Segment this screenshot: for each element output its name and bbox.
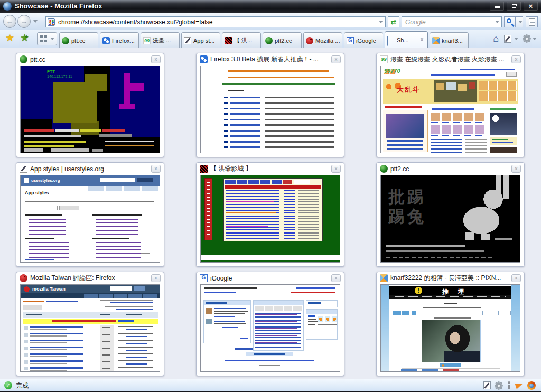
search-engine-dropdown-icon[interactable] <box>495 21 499 23</box>
tab-pixnet[interactable]: knarf3... <box>430 32 469 48</box>
tab-showcase-active[interactable]: Sh... <box>385 31 428 48</box>
status-icon-orange-extension[interactable] <box>515 381 524 389</box>
close-icon: × <box>524 2 537 11</box>
thumbnail-userstyles[interactable]: userstyles.org App styles <box>20 175 160 263</box>
tab-igoogle[interactable]: iGoogle <box>344 32 383 48</box>
search-bar[interactable] <box>402 16 502 27</box>
tab-manga[interactable]: 漫畫 ... <box>141 32 180 48</box>
thumbnail-pixnet[interactable]: ! 推 埋 <box>380 284 520 372</box>
pixnet-banner-text: 推 埋 <box>442 287 468 296</box>
card-title: 【 洪爺影城 】 <box>210 164 329 173</box>
card-title: ptt.cc <box>30 56 148 63</box>
page-icon <box>529 18 535 26</box>
showcase-card-pixnet: knarf32222 的相簿 - 長澤亞美 :: PIXN... ! 推 埋 <box>376 272 525 376</box>
status-icon-stylish[interactable] <box>483 381 491 389</box>
card-close-button[interactable] <box>511 55 521 63</box>
firefox-beta-favicon <box>102 37 110 44</box>
showcase-card-hongye: 【 洪爺影城 】 <box>196 162 344 267</box>
thumbnail-manga[interactable]: 99770漫画 大乱斗 <box>380 66 520 153</box>
chevron-down-icon <box>518 21 523 23</box>
card-close-button[interactable] <box>511 274 521 282</box>
tab-userstyles[interactable]: App st... <box>181 32 220 48</box>
search-input[interactable] <box>404 18 493 26</box>
chevron-down-icon <box>533 38 537 40</box>
url-dropdown-button[interactable] <box>376 21 384 23</box>
forward-button[interactable] <box>17 15 31 28</box>
magnifier-icon <box>507 18 511 23</box>
userstyles-heading-text: App styles <box>25 190 49 195</box>
url-input[interactable] <box>57 18 376 26</box>
status-icon-person[interactable] <box>507 381 511 389</box>
status-ok-icon <box>4 381 12 389</box>
card-title: App styles | userstyles.org <box>30 165 148 173</box>
restore-icon <box>512 4 516 8</box>
showcase-card-igoogle: iGoogle <box>196 272 344 376</box>
showcase-card-moztw: Mozilla Taiwan 討論區: Firefox mozilla Taiw… <box>16 272 164 376</box>
card-title: Firefox 3.0 Beta 擴展 新春大推薦！- ... <box>210 55 329 64</box>
manga-logo-text: 99770漫画 <box>384 68 396 76</box>
window-title: Showcase - Mozilla Firefox <box>15 2 102 10</box>
thumbnail-art-moztw: mozilla Taiwan <box>21 285 160 371</box>
status-icon-gear[interactable] <box>496 382 502 389</box>
tab-close-button[interactable] <box>418 36 425 43</box>
thumbnail-hongye[interactable] <box>200 175 340 263</box>
history-dropdown-icon[interactable] <box>33 20 38 23</box>
restore-button[interactable] <box>507 2 521 11</box>
bookmark-star-icon[interactable] <box>5 33 14 43</box>
card-close-button[interactable] <box>331 55 341 63</box>
home-button[interactable] <box>493 33 499 44</box>
card-title: ptt2.cc <box>390 165 509 173</box>
grid-icon <box>40 35 47 42</box>
card-close-button[interactable] <box>331 274 341 282</box>
settings-menu-button[interactable] <box>524 35 537 42</box>
card-close-button[interactable] <box>151 55 161 63</box>
thumbnail-ptt[interactable]: PTT 140.112.172.11 <box>20 66 160 153</box>
showcase-favicon <box>387 36 395 44</box>
card-close-button[interactable] <box>511 165 521 173</box>
stylish-menu-button[interactable] <box>504 35 518 43</box>
title-bar: Showcase - Mozilla Firefox × <box>0 0 541 13</box>
stylish-edit-icon <box>504 35 511 43</box>
ptt-logo-text: PTT <box>47 69 55 74</box>
firefox-beta-favicon <box>200 55 208 63</box>
card-close-button[interactable] <box>151 165 161 173</box>
minimize-button[interactable] <box>490 2 504 11</box>
userstyles-favicon <box>184 37 191 44</box>
userstyles-favicon <box>20 165 27 173</box>
showcase-card-firefox-beta: Firefox 3.0 Beta 擴展 新春大推薦！- ... <box>196 53 344 157</box>
browser-window: Showcase - Mozilla Firefox × + <box>0 0 541 392</box>
ptt2-ascii-art-text: 批踢踢兔 <box>388 187 435 226</box>
pixnet-favicon <box>432 37 440 44</box>
status-text: 完成 <box>16 381 29 390</box>
showcase-toolbar-button[interactable] <box>37 32 57 45</box>
thumbnail-firefox-beta[interactable] <box>200 66 340 153</box>
minimize-icon <box>495 6 500 8</box>
tab-moztw[interactable]: Mozilla ... <box>303 32 342 48</box>
navigation-toolbar <box>0 13 541 30</box>
ptt2-favicon <box>265 37 273 44</box>
card-close-button[interactable] <box>151 274 161 282</box>
tab-hongye[interactable]: 【 洪... <box>222 32 261 48</box>
tab-ptt2[interactable]: ptt2.cc <box>263 32 302 48</box>
page-tool-button[interactable] <box>526 16 538 27</box>
url-bar[interactable] <box>45 16 386 27</box>
add-bookmark-star-icon[interactable]: + <box>20 33 29 43</box>
pixnet-favicon <box>380 274 388 282</box>
thumbnail-art-ptt2: 批踢踢兔 <box>381 175 520 262</box>
tab-ptt[interactable]: ptt.cc <box>59 32 98 48</box>
thumbnail-art-pixnet: ! 推 埋 <box>381 285 520 371</box>
thumbnail-igoogle[interactable] <box>200 284 340 372</box>
thumbnail-moztw[interactable]: mozilla Taiwan <box>20 284 160 372</box>
chevron-down-icon <box>379 21 383 23</box>
go-button[interactable] <box>388 16 399 27</box>
close-button[interactable]: × <box>524 2 538 11</box>
status-icon-firefox[interactable] <box>527 381 536 390</box>
status-bar: 完成 <box>0 379 541 391</box>
back-button[interactable] <box>3 15 16 28</box>
search-button[interactable] <box>504 16 516 27</box>
card-close-button[interactable] <box>331 165 341 173</box>
thumbnail-ptt2[interactable]: 批踢踢兔 <box>380 175 520 263</box>
search-options-dropdown[interactable] <box>516 16 523 27</box>
mozilla-taiwan-favicon <box>306 37 313 44</box>
tab-firefox-beta[interactable]: Firefox... <box>100 32 139 48</box>
